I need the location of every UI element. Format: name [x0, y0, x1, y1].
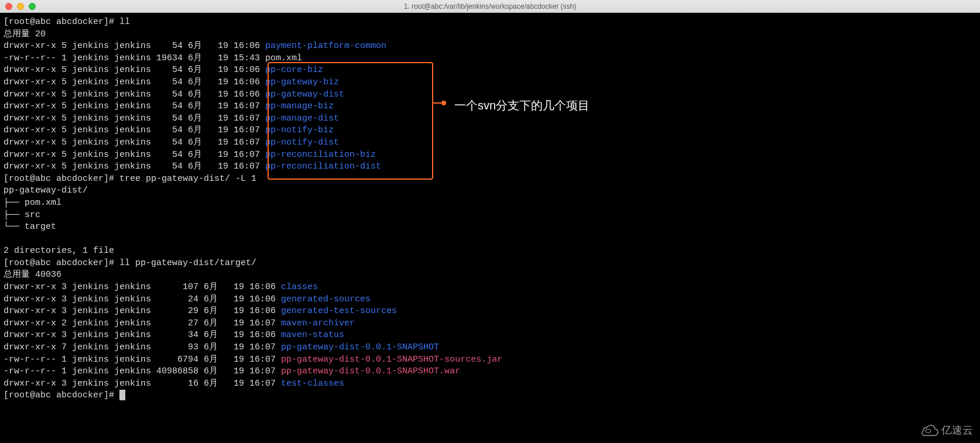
file-row: drwxr-xr-x 7 jenkins jenkins 93 6月 19 16…	[4, 342, 281, 352]
file-name: test-classes	[281, 379, 344, 389]
annotation-dot	[441, 101, 446, 105]
file-row: drwxr-xr-x 5 jenkins jenkins 54 6月 19 16…	[4, 41, 265, 51]
total-line: 总用量 40036	[4, 270, 61, 280]
file-row: drwxr-xr-x 5 jenkins jenkins 54 6月 19 16…	[4, 77, 265, 87]
tree-branch: └──	[4, 222, 25, 232]
prompt: [root@abc abcdocker]#	[4, 17, 119, 27]
file-name: generated-sources	[281, 294, 371, 304]
command: ll pp-gateway-dist/target/	[119, 258, 256, 268]
close-window-icon[interactable]	[5, 3, 12, 10]
prompt: [root@abc abcdocker]#	[4, 174, 119, 184]
tree-branch: ├──	[4, 210, 25, 220]
tree-item: pom.xml	[25, 198, 61, 208]
file-name: pp-gateway-dist	[265, 90, 344, 99]
file-name: pp-notify-biz	[265, 125, 334, 135]
file-row: drwxr-xr-x 3 jenkins jenkins 24 6月 19 16…	[4, 294, 281, 304]
tree-item: src	[25, 210, 40, 220]
watermark-text: 亿速云	[941, 423, 973, 437]
terminal-content[interactable]: [root@abc abcdocker]# ll总用量 20drwxr-xr-x…	[0, 13, 980, 406]
command: ll	[119, 17, 130, 27]
window-titlebar: 1. root@abc:/var/lib/jenkins/workspace/a…	[0, 0, 980, 13]
tree-item: target	[25, 222, 56, 232]
file-row: -rw-r--r-- 1 jenkins jenkins 40986858 6月…	[4, 366, 281, 376]
file-row: drwxr-xr-x 5 jenkins jenkins 54 6月 19 16…	[4, 101, 265, 111]
file-row: drwxr-xr-x 3 jenkins jenkins 34 6月 19 16…	[4, 330, 281, 340]
tree-summary: 2 directories, 1 file	[4, 246, 114, 256]
file-name: pp-gateway-dist-0.0.1-SNAPSHOT	[281, 342, 439, 352]
file-name: pp-manage-dist	[265, 114, 339, 123]
tree-root: pp-gateway-dist/	[4, 186, 88, 195]
file-row: drwxr-xr-x 5 jenkins jenkins 54 6月 19 16…	[4, 138, 265, 147]
file-name: pp-gateway-biz	[265, 77, 339, 87]
file-row: drwxr-xr-x 5 jenkins jenkins 54 6月 19 16…	[4, 114, 265, 123]
file-name: pom.xml	[265, 53, 302, 63]
file-row: drwxr-xr-x 5 jenkins jenkins 54 6月 19 16…	[4, 65, 265, 75]
file-name: pp-core-biz	[265, 65, 323, 75]
file-name: pp-gateway-dist-0.0.1-SNAPSHOT.war	[281, 366, 460, 376]
window-title: 1. root@abc:/var/lib/jenkins/workspace/a…	[404, 2, 576, 11]
watermark-logo: 亿速云	[919, 423, 973, 437]
file-name: classes	[281, 282, 318, 292]
file-row: drwxr-xr-x 5 jenkins jenkins 54 6月 19 16…	[4, 150, 265, 160]
file-row: drwxr-xr-x 3 jenkins jenkins 107 6月 19 1…	[4, 282, 281, 292]
annotation-connector	[433, 102, 441, 104]
annotation-label: 一个svn分支下的几个项目	[454, 98, 590, 114]
file-row: drwxr-xr-x 5 jenkins jenkins 54 6月 19 16…	[4, 90, 265, 99]
file-row: drwxr-xr-x 2 jenkins jenkins 27 6月 19 16…	[4, 318, 281, 328]
file-name: generated-test-sources	[281, 306, 397, 316]
file-name: pp-reconciliation-dist	[265, 162, 381, 171]
file-name: pp-gateway-dist-0.0.1-SNAPSHOT-sources.j…	[281, 355, 502, 365]
file-row: -rw-r--r-- 1 jenkins jenkins 6794 6月 19 …	[4, 355, 281, 365]
file-name: maven-archiver	[281, 318, 355, 328]
file-row: -rw-r--r-- 1 jenkins jenkins 19634 6月 19…	[4, 53, 265, 63]
cursor	[119, 390, 125, 400]
svg-point-0	[926, 430, 931, 433]
file-name: pp-notify-dist	[265, 138, 339, 147]
prompt: [root@abc abcdocker]#	[4, 390, 119, 400]
file-row: drwxr-xr-x 3 jenkins jenkins 29 6月 19 16…	[4, 306, 281, 316]
maximize-window-icon[interactable]	[29, 3, 36, 10]
command: tree pp-gateway-dist/ -L 1	[119, 174, 256, 184]
file-name: pp-manage-biz	[265, 101, 334, 111]
file-name: payment-platform-common	[265, 41, 386, 51]
file-name: maven-status	[281, 330, 344, 340]
total-line: 总用量 20	[4, 29, 46, 39]
file-row: drwxr-xr-x 5 jenkins jenkins 54 6月 19 16…	[4, 125, 265, 135]
minimize-window-icon[interactable]	[17, 3, 24, 10]
file-name: pp-reconciliation-biz	[265, 150, 376, 160]
file-row: drwxr-xr-x 3 jenkins jenkins 16 6月 19 16…	[4, 379, 281, 389]
traffic-lights	[0, 3, 36, 10]
tree-branch: ├──	[4, 198, 25, 208]
cloud-icon	[919, 424, 939, 437]
prompt: [root@abc abcdocker]#	[4, 258, 119, 268]
file-row: drwxr-xr-x 5 jenkins jenkins 54 6月 19 16…	[4, 162, 265, 171]
